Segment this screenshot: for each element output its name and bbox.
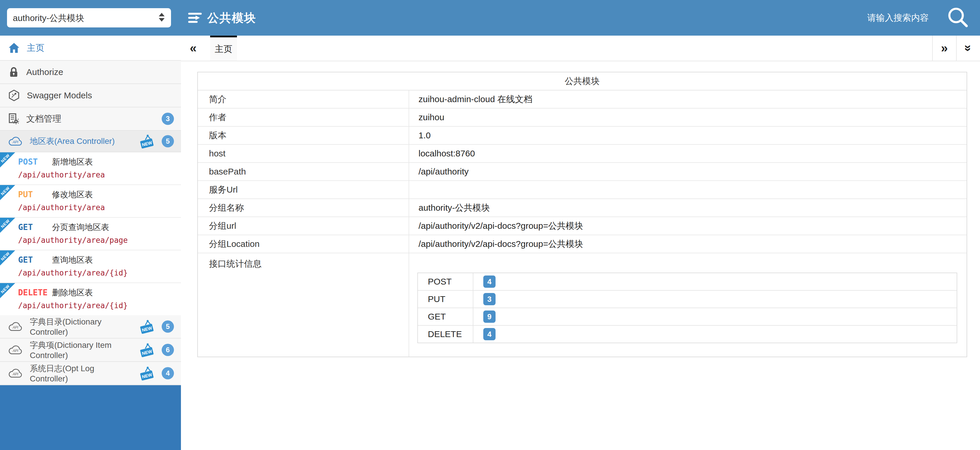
stats-row: DELETE 4 xyxy=(418,326,957,343)
search-icon[interactable] xyxy=(946,6,969,29)
count-badge: 5 xyxy=(162,135,174,147)
stats-method: PUT xyxy=(418,291,473,308)
row-label: 分组url xyxy=(198,217,409,235)
home-icon xyxy=(8,42,20,53)
row-label: 分组名称 xyxy=(198,199,409,216)
stats-count-cell: 4 xyxy=(473,326,957,343)
http-method: DELETE xyxy=(18,288,52,297)
new-flag-icon: NEW xyxy=(139,319,155,334)
svg-text:API: API xyxy=(12,349,18,353)
table-row: basePath /api/authority xyxy=(198,163,967,181)
sidebar-item-swagger-models[interactable]: Swagger Models xyxy=(0,84,181,107)
sidebar-item-authorize[interactable]: Authorize xyxy=(0,61,181,84)
tabbar-actions: » » xyxy=(932,36,980,61)
stats-count-cell: 3 xyxy=(473,291,957,308)
row-label: basePath xyxy=(198,163,409,180)
lock-icon xyxy=(8,66,19,78)
row-label: 版本 xyxy=(198,127,409,144)
group-select[interactable]: authority-公共模块 xyxy=(7,8,171,27)
row-value: /api/authority/v2/api-docs?group=公共模块 xyxy=(409,235,967,253)
sidebar-item-dictionary-controller[interactable]: API 字典目录(Dictionary Controller) NEW 5 xyxy=(0,315,181,339)
endpoint-path: /api/authority/area/{id} xyxy=(18,269,177,277)
count-badge: 4 xyxy=(162,367,174,379)
endpoint-path: /api/authority/area xyxy=(18,203,177,212)
endpoint-path: /api/authority/area/page xyxy=(18,236,177,245)
endpoint-title: 分页查询地区表 xyxy=(52,222,109,233)
row-label: 服务Url xyxy=(198,181,409,199)
stats-method: DELETE xyxy=(418,326,473,343)
sidebar-item-home[interactable]: 主页 xyxy=(0,36,181,61)
endpoint-path: /api/authority/area xyxy=(18,170,177,179)
doc-gear-icon xyxy=(8,113,19,125)
count-badge: 3 xyxy=(162,113,174,125)
row-label: host xyxy=(198,145,409,162)
row-value: POST 4 PUT 3 GET xyxy=(409,253,967,357)
stats-count-badge: 9 xyxy=(483,310,496,323)
chevrons-left-icon[interactable]: « xyxy=(181,36,205,61)
sidebar-item-label: 文档管理 xyxy=(26,113,61,125)
search-input[interactable] xyxy=(840,12,930,23)
chevrons-right-icon[interactable]: » xyxy=(932,36,956,61)
row-value: 1.0 xyxy=(409,127,967,144)
endpoint-title: 删除地区表 xyxy=(52,287,93,298)
endpoint-item[interactable]: NEW GET 查询地区表 /api/authority/area/{id} xyxy=(0,250,181,283)
cloud-api-icon: API xyxy=(8,345,23,355)
new-flag-icon: NEW xyxy=(139,343,155,357)
count-badge: 5 xyxy=(162,320,174,333)
sidebar-item-dictionary-item-controller[interactable]: API 字典项(Dictionary Item Controller) NEW … xyxy=(0,339,181,362)
sidebar-item-label: 字典项(Dictionary Item Controller) xyxy=(30,340,125,360)
endpoint-list: NEW POST 新增地区表 /api/authority/area NEW P… xyxy=(0,152,181,315)
sidebar-item-area-controller[interactable]: API 地区表(Area Controller) NEW 5 xyxy=(0,131,181,152)
table-row-stats: 接口统计信息 POST 4 PUT 3 xyxy=(198,253,967,357)
row-value: zuihou xyxy=(409,108,967,126)
brand: 公共模块 xyxy=(188,0,256,36)
table-row: host localhost:8760 xyxy=(198,145,967,163)
http-method: POST xyxy=(18,157,52,167)
row-value: authority-公共模块 xyxy=(409,199,967,216)
endpoint-title: 修改地区表 xyxy=(52,189,93,200)
page-title: 公共模块 xyxy=(207,10,256,26)
tab-home[interactable]: 主页 xyxy=(210,36,237,61)
cloud-api-icon: API xyxy=(8,136,23,146)
stats-row: PUT 3 xyxy=(418,291,957,308)
tab-bar: « 主页 » » xyxy=(181,36,980,61)
http-method: GET xyxy=(18,255,52,265)
sidebar-item-opt-log-controller[interactable]: API 系统日志(Opt Log Controller) NEW 4 xyxy=(0,362,181,385)
stats-count-cell: 4 xyxy=(473,273,957,290)
main-content: 公共模块 简介 zuihou-admin-cloud 在线文档 作者 zuiho… xyxy=(181,61,980,450)
row-label: 接口统计信息 xyxy=(198,253,409,357)
table-row: 版本 1.0 xyxy=(198,127,967,145)
stats-count-badge: 4 xyxy=(483,275,496,288)
sidebar-item-label: Authorize xyxy=(26,67,63,77)
row-value: /api/authority xyxy=(409,163,967,180)
table-row: 分组url /api/authority/v2/api-docs?group=公… xyxy=(198,217,967,235)
top-header: authority-公共模块 公共模块 xyxy=(0,0,980,36)
header-search xyxy=(840,0,980,36)
svg-text:API: API xyxy=(12,140,18,144)
endpoint-item[interactable]: NEW DELETE 删除地区表 /api/authority/area/{id… xyxy=(0,283,181,315)
http-method: GET xyxy=(18,223,52,232)
sidebar-item-label: 地区表(Area Controller) xyxy=(30,136,115,147)
row-value: /api/authority/v2/api-docs?group=公共模块 xyxy=(409,217,967,235)
row-value: zuihou-admin-cloud 在线文档 xyxy=(409,91,967,108)
svg-text:API: API xyxy=(12,372,18,376)
sidebar-item-label: Swagger Models xyxy=(27,91,92,100)
swagger-doc-page: authority-公共模块 公共模块 xyxy=(0,0,980,450)
module-info-table: 公共模块 简介 zuihou-admin-cloud 在线文档 作者 zuiho… xyxy=(197,72,967,357)
endpoint-title: 查询地区表 xyxy=(52,254,93,266)
endpoint-title: 新增地区表 xyxy=(52,156,93,167)
swagger-models-icon xyxy=(8,90,20,101)
table-row: 分组名称 authority-公共模块 xyxy=(198,199,967,217)
sidebar-item-label: 主页 xyxy=(27,42,45,54)
count-badge: 6 xyxy=(162,344,174,356)
sidebar-item-doc-manage[interactable]: 文档管理 3 xyxy=(0,107,181,131)
chevrons-down-icon[interactable]: » xyxy=(956,36,980,61)
row-label: 分组Location xyxy=(198,235,409,253)
endpoint-item[interactable]: NEW POST 新增地区表 /api/authority/area xyxy=(0,152,181,185)
endpoint-item[interactable]: NEW GET 分页查询地区表 /api/authority/area/page xyxy=(0,218,181,250)
table-row: 服务Url xyxy=(198,181,967,199)
group-select-wrap: authority-公共模块 xyxy=(7,8,171,27)
endpoint-item[interactable]: NEW PUT 修改地区表 /api/authority/area xyxy=(0,185,181,218)
stats-method: GET xyxy=(418,308,473,325)
row-value: localhost:8760 xyxy=(409,145,967,162)
